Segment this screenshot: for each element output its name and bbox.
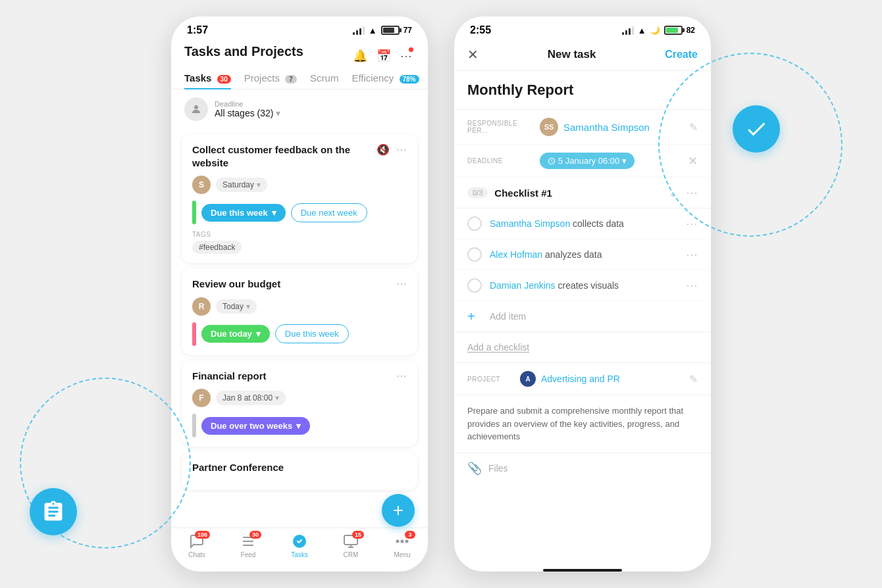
bell-icon[interactable]: 🔔 xyxy=(353,49,367,63)
more-icon-3[interactable]: ⋯ xyxy=(396,370,407,382)
task-date-2[interactable]: Today ▾ xyxy=(216,299,257,314)
app-header: Tasks and Projects 🔔 📅 ⋯ xyxy=(171,39,428,67)
more-icon-2[interactable]: ⋯ xyxy=(396,278,407,290)
more-icon[interactable]: ⋯ xyxy=(400,49,412,63)
tags-label: TAGS xyxy=(192,231,407,238)
item3-more-icon[interactable]: ⋯ xyxy=(686,278,698,293)
chevron-date-3: ▾ xyxy=(275,393,279,403)
calendar-icon[interactable]: 📅 xyxy=(376,49,391,63)
chevron-deadline: ▾ xyxy=(622,156,627,166)
tags-section-1: TAGS #feedback xyxy=(192,231,407,254)
deadline-section: Deadline All stages (32) ▾ xyxy=(171,89,428,129)
float-clipboard-button[interactable] xyxy=(30,488,77,535)
add-checklist-row[interactable]: Add a checklist xyxy=(454,332,711,363)
item2-name[interactable]: Alex Hofman xyxy=(490,249,542,260)
time-left: 1:57 xyxy=(187,24,208,36)
task-title-4: Partner Conference xyxy=(192,461,407,474)
tab-projects[interactable]: Projects 7 xyxy=(244,67,297,89)
responsible-row: RESPONSIBLE PER... SS Samantha Simpson ✎ xyxy=(454,110,711,145)
task-meta-1: S Saturday ▾ xyxy=(192,176,407,194)
task-icons-3: ⋯ xyxy=(396,370,407,382)
new-task-header: ✕ New task Create xyxy=(454,39,711,71)
crm-label: CRM xyxy=(344,551,359,558)
crm-icon: 15 xyxy=(343,533,359,549)
nav-crm[interactable]: 15 CRM xyxy=(325,533,376,558)
task-avatar-2: R xyxy=(192,297,211,316)
task-header-4: Partner Conference xyxy=(192,461,407,474)
check-circle-1[interactable] xyxy=(467,216,482,231)
task-date-1[interactable]: Saturday ▾ xyxy=(216,178,267,192)
nav-menu[interactable]: 3 Menu xyxy=(376,533,428,558)
task-avatar-1: S xyxy=(192,176,211,194)
left-phone: 1:57 ▲ 77 Tasks and Projects 🔔 📅 ⋯ xyxy=(171,16,428,572)
project-avatar: A xyxy=(520,371,536,387)
item3-name[interactable]: Damian Jenkins xyxy=(490,280,556,291)
task-card-3: Financial report ⋯ F Jan 8 at 08:00 ▾ Du… xyxy=(182,360,417,447)
more-icon-1[interactable]: ⋯ xyxy=(396,143,407,156)
create-button[interactable]: Create xyxy=(665,49,698,61)
feed-badge: 30 xyxy=(249,531,261,539)
collapse-checklist-icon[interactable]: ⌄ xyxy=(668,185,678,200)
tabs: Tasks 30 Projects 7 Scrum Efficiency 78% xyxy=(171,67,428,89)
task-title-3: Financial report xyxy=(192,370,396,383)
responsible-value: SS Samantha Simpson xyxy=(540,118,689,136)
feed-label: Feed xyxy=(241,551,256,558)
deadline-row: DEADLINE 5 January 06:00 ▾ ✕ xyxy=(454,145,711,178)
mute-icon[interactable]: 🔇 xyxy=(376,143,390,156)
add-item-row[interactable]: + Add item xyxy=(454,301,711,332)
svg-point-0 xyxy=(194,105,198,109)
bottom-nav: 106 Chats 30 Feed Tasks 15 CRM xyxy=(171,527,428,572)
deadline-badge[interactable]: 5 January 06:00 ▾ xyxy=(540,153,635,169)
nav-feed[interactable]: 30 Feed xyxy=(222,533,274,558)
project-name[interactable]: Advertising and PR xyxy=(541,374,620,384)
tasks-label: Tasks xyxy=(291,551,308,558)
check-text-1: Samantha Simpson collects data xyxy=(490,218,686,229)
item1-name[interactable]: Samantha Simpson xyxy=(490,218,570,229)
files-row[interactable]: 📎 Files xyxy=(454,453,711,483)
checklist-item-2: Alex Hofman analyzes data ⋯ xyxy=(454,239,711,270)
status-bar-left: 1:57 ▲ 77 xyxy=(171,16,428,39)
chevron-date-2: ▾ xyxy=(246,302,250,311)
remove-deadline-icon[interactable]: ✕ xyxy=(688,154,698,168)
content-area: Deadline All stages (32) ▾ Collect custo… xyxy=(171,89,428,564)
checklist-header: 0/3 Checklist #1 ⌄ ⋯ xyxy=(454,178,711,208)
due-next-badge-1[interactable]: Due next week xyxy=(291,203,367,222)
tab-tasks[interactable]: Tasks 30 xyxy=(184,67,231,89)
task-icons-1: 🔇 ⋯ xyxy=(376,143,407,156)
menu-icon: 3 xyxy=(394,533,410,549)
tab-scrum[interactable]: Scrum xyxy=(310,67,338,89)
close-button[interactable]: ✕ xyxy=(467,47,479,62)
more-checklist-icon[interactable]: ⋯ xyxy=(686,185,698,200)
due-next-badge-2[interactable]: Due this week xyxy=(275,324,349,343)
nav-chats[interactable]: 106 Chats xyxy=(171,533,222,558)
edit-responsible-icon[interactable]: ✎ xyxy=(689,121,698,134)
task-date-3[interactable]: Jan 8 at 08:00 ▾ xyxy=(216,391,286,405)
crm-badge: 15 xyxy=(352,531,364,539)
description-section: Prepare and submit a comprehensive month… xyxy=(454,395,711,453)
battery-pct-left: 77 xyxy=(403,26,412,35)
tab-efficiency[interactable]: Efficiency 78% xyxy=(351,67,419,89)
check-circle-3[interactable] xyxy=(467,278,482,293)
due-badge-2[interactable]: Due today ▾ xyxy=(201,325,270,343)
svg-point-5 xyxy=(406,541,408,543)
due-badge-3[interactable]: Due over two weeks ▾ xyxy=(201,417,310,435)
status-bar-right: 2:55 ▲ 🌙 82 xyxy=(454,16,711,39)
deadline-field-value: 5 January 06:00 ▾ xyxy=(540,153,688,169)
due-badge-1[interactable]: Due this week ▾ xyxy=(201,204,286,222)
check-circle-2[interactable] xyxy=(467,247,482,262)
item1-more-icon[interactable]: ⋯ xyxy=(686,216,698,231)
add-checklist-label: Add a checklist xyxy=(467,342,529,353)
feed-icon: 30 xyxy=(240,533,256,549)
menu-label: Menu xyxy=(394,551,410,558)
battery-icon-left xyxy=(381,26,400,35)
svg-point-3 xyxy=(397,541,399,543)
float-checkmark-button[interactable] xyxy=(733,105,780,153)
item2-more-icon[interactable]: ⋯ xyxy=(686,247,698,262)
signal-icon-right xyxy=(622,26,634,35)
edit-project-icon[interactable]: ✎ xyxy=(689,373,698,385)
task-icons-2: ⋯ xyxy=(396,278,407,290)
nav-tasks[interactable]: Tasks xyxy=(274,533,325,558)
fab-button[interactable]: + xyxy=(382,494,415,527)
tag-feedback[interactable]: #feedback xyxy=(192,241,242,254)
task-meta-2: R Today ▾ xyxy=(192,297,407,316)
